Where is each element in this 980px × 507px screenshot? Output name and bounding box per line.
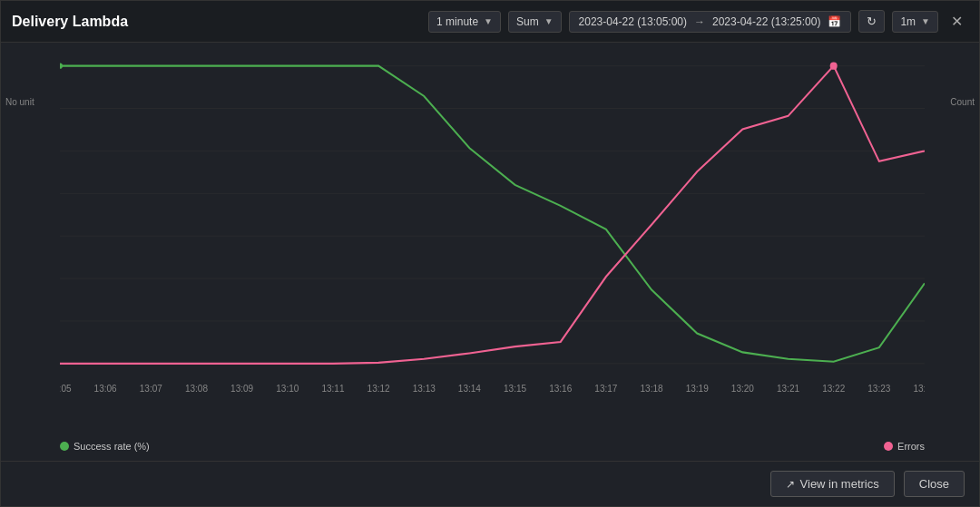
- svg-text:13:12: 13:12: [368, 384, 390, 394]
- error-peak-dot: [830, 62, 838, 69]
- stat-select[interactable]: Sum ▼: [508, 11, 562, 33]
- svg-text:13:15: 13:15: [504, 384, 526, 394]
- svg-text:13:07: 13:07: [140, 384, 162, 394]
- svg-text:13:14: 13:14: [458, 384, 481, 394]
- svg-text:13:11: 13:11: [321, 384, 344, 394]
- panel-title: Delivery Lambda: [12, 14, 128, 30]
- legend-success: Success rate (%): [60, 441, 150, 452]
- success-dot: [60, 442, 69, 451]
- svg-text:13:17: 13:17: [594, 384, 617, 394]
- view-metrics-label: View in metrics: [800, 477, 879, 491]
- close-panel-button[interactable]: ✕: [946, 11, 968, 32]
- zoom-select[interactable]: 1m ▼: [892, 11, 938, 33]
- svg-text:13:06: 13:06: [94, 384, 117, 394]
- svg-text:13:09: 13:09: [230, 384, 253, 394]
- view-metrics-button[interactable]: ↗ View in metrics: [770, 471, 895, 497]
- stat-chevron-icon: ▼: [544, 16, 554, 26]
- svg-text:13:21: 13:21: [777, 384, 799, 394]
- legend: Success rate (%) Errors: [60, 441, 925, 452]
- errors-line: [60, 66, 925, 364]
- legend-errors: Errors: [884, 441, 925, 452]
- legend-success-label: Success rate (%): [74, 441, 150, 452]
- interval-label: 1 minute: [436, 15, 478, 28]
- success-rate-line: [60, 66, 925, 362]
- svg-text:13:20: 13:20: [731, 384, 754, 394]
- chart-svg: 100 90 80 70 60 50 40 30 1.40k 1.20k 1.0…: [60, 52, 925, 411]
- chart-container: No unit Count 100 90 80 70 60 50 40 30 1…: [1, 43, 979, 461]
- error-dot: [884, 442, 893, 451]
- header: Delivery Lambda 1 minute ▼ Sum ▼ 2023-04…: [1, 1, 979, 43]
- external-link-icon: ↗: [786, 478, 795, 491]
- date-end: 2023-04-22 (13:25:00): [712, 15, 820, 28]
- svg-text:13:16: 13:16: [549, 384, 572, 394]
- svg-text:13:13: 13:13: [413, 384, 436, 394]
- calendar-icon: 📅: [828, 15, 841, 28]
- zoom-label: 1m: [900, 15, 916, 28]
- svg-text:13:23: 13:23: [867, 384, 890, 394]
- refresh-button[interactable]: ↻: [858, 10, 885, 33]
- close-button[interactable]: Close: [904, 471, 965, 497]
- svg-text:13:22: 13:22: [822, 384, 845, 394]
- legend-errors-label: Errors: [897, 441, 925, 452]
- footer: ↗ View in metrics Close: [1, 461, 979, 506]
- stat-label: Sum: [516, 15, 539, 28]
- y-axis-right-label: Count: [950, 97, 975, 107]
- svg-text:13:08: 13:08: [185, 384, 208, 394]
- svg-text:13:18: 13:18: [641, 384, 663, 394]
- svg-text:13:05: 13:05: [60, 384, 72, 394]
- y-axis-left-label: No unit: [5, 97, 34, 107]
- zoom-chevron-icon: ▼: [921, 16, 930, 26]
- svg-text:13:10: 13:10: [276, 384, 299, 394]
- interval-chevron-icon: ▼: [484, 16, 493, 26]
- refresh-icon: ↻: [867, 15, 877, 28]
- panel: Delivery Lambda 1 minute ▼ Sum ▼ 2023-04…: [0, 0, 980, 507]
- svg-text:13:19: 13:19: [686, 384, 709, 394]
- date-arrow-icon: →: [694, 15, 705, 28]
- success-start-dot: [60, 63, 63, 69]
- date-start: 2023-04-22 (13:05:00): [579, 15, 687, 28]
- date-range-picker[interactable]: 2023-04-22 (13:05:00) → 2023-04-22 (13:2…: [569, 11, 852, 33]
- interval-select[interactable]: 1 minute ▼: [428, 11, 501, 33]
- svg-text:13:24: 13:24: [913, 384, 925, 394]
- close-label: Close: [919, 477, 949, 491]
